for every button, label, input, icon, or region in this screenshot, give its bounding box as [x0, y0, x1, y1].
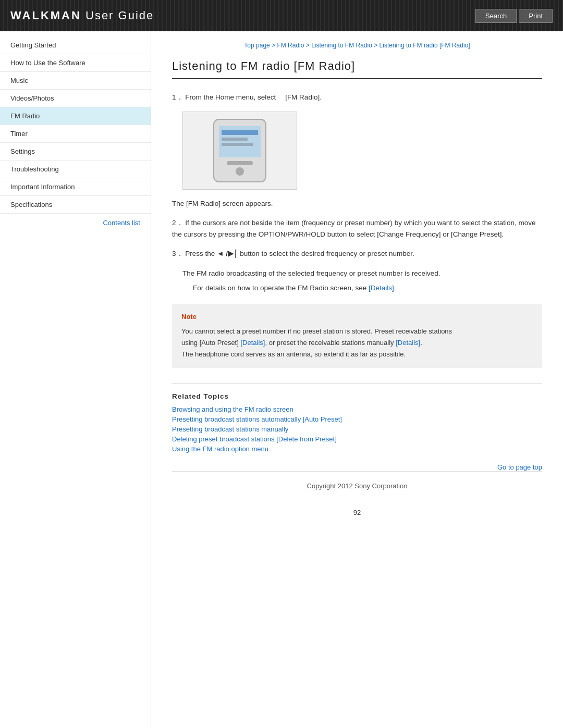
- details-link-auto-preset[interactable]: [Details]: [240, 339, 265, 347]
- step-3: 3． Press the ◄ /▶│ button to select the …: [172, 248, 542, 260]
- main-content: Top page > FM Radio > Listening to FM Ra…: [151, 31, 563, 728]
- related-link-3[interactable]: Presetting broadcast stations manually: [172, 425, 542, 433]
- svg-rect-2: [227, 161, 253, 165]
- step-3-text-suffix: button to select the desired frequency o…: [240, 250, 414, 257]
- breadcrumb-listening-fm-radio[interactable]: Listening to FM Radio: [311, 42, 372, 49]
- print-button[interactable]: Print: [519, 9, 553, 23]
- note-line-1: You cannot select a preset number if no …: [181, 326, 533, 360]
- search-button[interactable]: Search: [475, 9, 517, 23]
- device-image-svg: [209, 117, 271, 184]
- step-3-number: 3．: [172, 250, 183, 257]
- page-title: Listening to FM radio [FM Radio]: [172, 59, 542, 79]
- note-box: Note You cannot select a preset number i…: [172, 304, 542, 367]
- header: WALKMAN User Guide Search Print: [0, 0, 563, 31]
- step-2: 2． If the cursors are not beside the ite…: [172, 217, 542, 240]
- breadcrumb-current-page[interactable]: Listening to FM radio [FM Radio]: [380, 42, 470, 49]
- related-topics: Related Topics Browsing and using the FM…: [172, 384, 542, 453]
- related-link-2[interactable]: Presetting broadcast stations automatica…: [172, 415, 542, 423]
- page-number: 92: [172, 509, 542, 516]
- sidebar-item-music[interactable]: Music: [0, 72, 151, 90]
- layout: Getting Started How to Use the Software …: [0, 31, 563, 728]
- svg-rect-4: [222, 130, 258, 135]
- related-link-5[interactable]: Using the FM radio option menu: [172, 445, 542, 453]
- screen-appears-text: The [FM Radio] screen appears.: [172, 198, 542, 209]
- app-title: WALKMAN User Guide: [10, 9, 154, 22]
- sidebar-item-timer[interactable]: Timer: [0, 125, 151, 143]
- breadcrumb-fm-radio[interactable]: FM Radio: [277, 42, 304, 49]
- related-link-4[interactable]: Deleting preset broadcast stations [Dele…: [172, 435, 542, 443]
- step-1-menu-item: [FM Radio].: [278, 93, 322, 101]
- sidebar-item-getting-started[interactable]: Getting Started: [0, 36, 151, 54]
- footer: Copyright 2012 Sony Corporation: [172, 471, 542, 500]
- step-3-sub2: For details on how to operate the FM Rad…: [193, 282, 542, 294]
- step-3-sub1: The FM radio broadcasting of the selecte…: [182, 268, 542, 279]
- go-to-top: Go to page top: [172, 463, 542, 471]
- step-1: 1． From the Home menu, select [FM Radio]…: [172, 92, 542, 103]
- step-1-text: From the Home menu, select: [185, 93, 276, 101]
- sidebar-item-troubleshooting[interactable]: Troubleshooting: [0, 161, 151, 178]
- sidebar: Getting Started How to Use the Software …: [0, 31, 151, 728]
- sidebar-item-videos-photos[interactable]: Videos/Photos: [0, 90, 151, 107]
- step-2-text: If the cursors are not beside the item (…: [172, 219, 536, 238]
- sidebar-item-fm-radio[interactable]: FM Radio: [0, 107, 151, 125]
- details-link-manually[interactable]: [Details]: [396, 339, 420, 347]
- sidebar-item-specifications[interactable]: Specifications: [0, 196, 151, 214]
- related-link-1[interactable]: Browsing and using the FM radio screen: [172, 405, 542, 413]
- breadcrumb-top-page[interactable]: Top page: [244, 42, 270, 49]
- contents-list-link[interactable]: Contents list: [0, 214, 151, 232]
- svg-rect-6: [222, 143, 253, 146]
- title-walkman: WALKMAN: [10, 9, 81, 22]
- device-image: [182, 112, 297, 190]
- step-3-text-prefix: Press the: [185, 250, 215, 257]
- step-2-number: 2．: [172, 219, 183, 227]
- title-user-guide: User Guide: [81, 9, 154, 22]
- step-3-button-symbol: ◄ /▶│: [217, 250, 238, 257]
- sidebar-item-settings[interactable]: Settings: [0, 143, 151, 161]
- copyright-text: Copyright 2012 Sony Corporation: [307, 482, 408, 490]
- svg-rect-5: [222, 138, 248, 141]
- sidebar-item-important-info[interactable]: Important Information: [0, 178, 151, 196]
- note-line-3: The headphone cord serves as an antenna,…: [181, 350, 406, 358]
- related-topics-title: Related Topics: [172, 392, 542, 400]
- sidebar-item-how-to-use[interactable]: How to Use the Software: [0, 54, 151, 72]
- header-buttons: Search Print: [475, 9, 553, 23]
- breadcrumb: Top page > FM Radio > Listening to FM Ra…: [172, 42, 542, 49]
- svg-point-3: [236, 167, 244, 176]
- note-label: Note: [181, 311, 533, 323]
- go-to-top-link[interactable]: Go to page top: [497, 463, 542, 471]
- details-link-1[interactable]: [Details]: [369, 284, 394, 292]
- step-1-number: 1．: [172, 93, 183, 101]
